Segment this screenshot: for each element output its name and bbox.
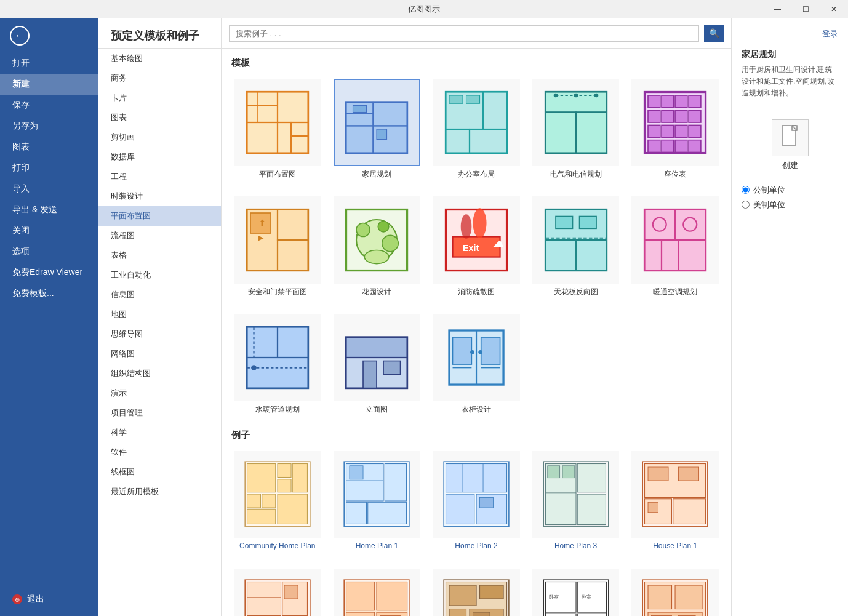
svg-rect-145 <box>284 585 298 599</box>
category-card[interactable]: 卡片 <box>98 88 221 108</box>
login-link[interactable]: 登录 <box>822 29 838 38</box>
info-title: 家居规划 <box>742 49 838 60</box>
templates-scroll[interactable]: 模板 <box>222 49 731 616</box>
category-map[interactable]: 地图 <box>98 305 221 324</box>
svg-rect-160 <box>473 612 490 616</box>
svg-text:▶: ▶ <box>258 234 264 241</box>
example-community-home[interactable]: Community Home Plan <box>231 449 324 554</box>
svg-rect-41 <box>648 125 660 137</box>
template-office-layout[interactable]: 办公室布局 <box>430 76 522 182</box>
template-wardrobe[interactable]: 衣柜设计 <box>430 311 522 417</box>
template-electrical[interactable]: 电气和电信规划 <box>530 76 622 182</box>
category-infographic[interactable]: 信息图 <box>98 285 221 305</box>
svg-rect-34 <box>662 95 674 108</box>
maximize-button[interactable]: ☐ <box>791 0 820 18</box>
category-clip[interactable]: 剪切画 <box>98 127 221 147</box>
create-button[interactable] <box>772 119 809 156</box>
category-business[interactable]: 商务 <box>98 68 221 88</box>
title-bar: 亿图图示 — ☐ ✕ <box>0 0 848 18</box>
category-db[interactable]: 数据库 <box>98 147 221 167</box>
example-home-plan-3[interactable]: Home Plan 3 <box>530 449 622 554</box>
template-floor-plan[interactable]: 平面布置图 <box>231 76 324 182</box>
template-plumbing[interactable]: 水暖管道规划 <box>231 311 324 417</box>
svg-rect-91 <box>346 337 407 358</box>
category-fashion[interactable]: 时装设计 <box>98 186 221 206</box>
example-house-plan-3[interactable]: House Plan 3 <box>331 566 423 616</box>
template-security[interactable]: ⬆ ▶ 安全和门禁平面图 <box>231 194 324 299</box>
template-fire-exit[interactable]: Exit 消防疏散图 <box>430 194 522 299</box>
example-home-plan-2[interactable]: Home Plan 2 <box>430 449 522 554</box>
example-thumb-community-home <box>234 451 321 538</box>
example-master-bedroom[interactable]: Master Bedroom Plan <box>629 566 721 616</box>
template-seating[interactable]: 座位表 <box>629 76 721 182</box>
sidebar-item-export[interactable]: 导出 & 发送 <box>0 199 98 220</box>
category-software[interactable]: 软件 <box>98 442 221 462</box>
template-garden[interactable]: 花园设计 <box>331 194 423 299</box>
category-engineering[interactable]: 工程 <box>98 167 221 186</box>
svg-rect-97 <box>452 337 471 364</box>
category-basic[interactable]: 基本绘图 <box>98 49 221 68</box>
sidebar-item-viewer[interactable]: 免费Edraw Viewer <box>0 262 98 283</box>
electrical-icon <box>542 89 610 156</box>
category-industrial[interactable]: 工业自动化 <box>98 265 221 285</box>
metric-unit-option[interactable]: 公制单位 <box>742 185 838 196</box>
svg-point-30 <box>574 93 578 97</box>
imperial-unit-option[interactable]: 美制单位 <box>742 199 838 210</box>
svg-rect-110 <box>247 510 275 524</box>
category-present[interactable]: 演示 <box>98 383 221 403</box>
sidebar-item-saveas[interactable]: 另存为 <box>0 116 98 137</box>
sidebar-item-chart[interactable]: 图表 <box>0 137 98 158</box>
sidebar-item-print[interactable]: 打印 <box>0 158 98 178</box>
category-network[interactable]: 网络图 <box>98 344 221 364</box>
minimize-button[interactable]: — <box>763 0 791 18</box>
example-house-plan[interactable]: 卧室 卧室 客厅 厨房 House Plan <box>530 566 622 616</box>
community-home-thumbnail <box>244 460 311 528</box>
svg-rect-16 <box>377 129 387 140</box>
category-project[interactable]: 项目管理 <box>98 403 221 423</box>
example-house-plan-2[interactable]: House Plan 2 <box>231 566 324 616</box>
svg-rect-136 <box>673 499 706 524</box>
template-home-plan[interactable]: 家居规划 <box>331 76 423 182</box>
svg-rect-48 <box>689 140 701 152</box>
sidebar-back-button[interactable]: ← <box>0 18 98 53</box>
template-ceiling[interactable]: 天花板反向图 <box>530 194 622 299</box>
template-elevation[interactable]: 立面图 <box>331 311 423 417</box>
sidebar-item-open[interactable]: 打开 <box>0 53 98 74</box>
svg-rect-37 <box>648 110 660 122</box>
svg-point-60 <box>382 235 398 251</box>
sidebar-item-save[interactable]: 保存 <box>0 95 98 116</box>
sidebar-item-options[interactable]: 选项 <box>0 241 98 262</box>
imperial-radio[interactable] <box>742 201 750 209</box>
example-home-plan-1[interactable]: Home Plan 1 <box>331 449 423 554</box>
sidebar-item-exit[interactable]: ⊖ 退出 <box>0 589 98 610</box>
category-flow[interactable]: 流程图 <box>98 226 221 246</box>
template-thumb-seating <box>631 79 719 166</box>
svg-rect-71 <box>576 240 607 271</box>
category-wireframe[interactable]: 线框图 <box>98 462 221 482</box>
template-hvac[interactable]: 暖通空调规划 <box>629 194 721 299</box>
example-label-home-plan-3: Home Plan 3 <box>554 542 597 551</box>
example-house-plan-1[interactable]: House Plan 1 <box>629 449 721 554</box>
svg-point-67 <box>473 208 486 238</box>
category-mindmap[interactable]: 思维导图 <box>98 324 221 344</box>
category-org[interactable]: 组织结构图 <box>98 364 221 383</box>
search-button[interactable]: 🔍 <box>704 25 724 42</box>
example-thumb-house-plan-3 <box>334 569 421 616</box>
search-input[interactable] <box>229 25 699 42</box>
sidebar-item-new[interactable]: 新建 <box>0 74 98 95</box>
sidebar-item-close[interactable]: 关闭 <box>0 220 98 241</box>
sidebar-item-templates[interactable]: 免费模板... <box>0 283 98 304</box>
metric-radio[interactable] <box>742 186 750 194</box>
category-recent[interactable]: 最近所用模板 <box>98 482 221 502</box>
close-button[interactable]: ✕ <box>820 0 848 18</box>
category-science[interactable]: 科学 <box>98 423 221 442</box>
category-floor[interactable]: 平面布置图 <box>98 206 221 226</box>
search-icon: 🔍 <box>709 28 719 38</box>
template-thumb-security: ⬆ ▶ <box>234 196 321 284</box>
children-bedroom-thumbnail <box>442 578 510 616</box>
category-table[interactable]: 表格 <box>98 246 221 265</box>
template-label-seating: 座位表 <box>664 170 686 180</box>
example-children-bedroom[interactable]: Children Bedroom Plan <box>430 566 522 616</box>
sidebar-item-import[interactable]: 导入 <box>0 178 98 199</box>
category-charts[interactable]: 图表 <box>98 108 221 127</box>
